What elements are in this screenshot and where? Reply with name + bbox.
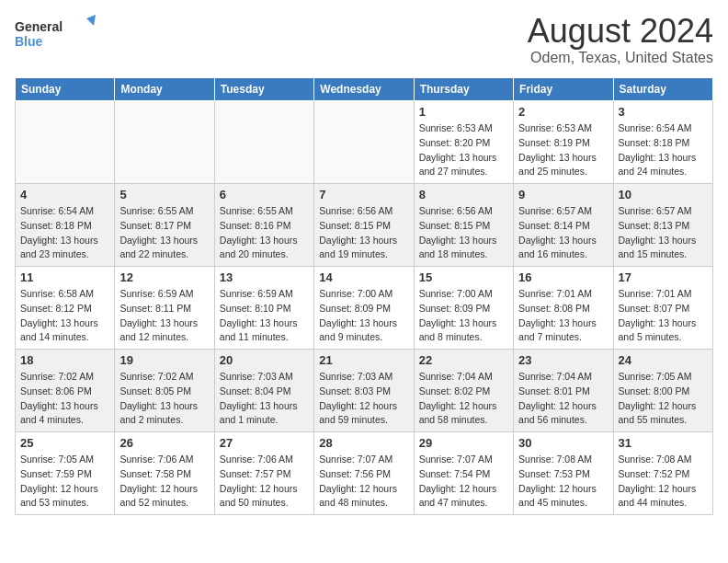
day-number: 24	[619, 353, 708, 367]
calendar-cell: 26Sunrise: 7:06 AMSunset: 7:58 PMDayligh…	[115, 432, 214, 515]
day-number: 13	[220, 270, 309, 284]
svg-text:Blue: Blue	[15, 34, 43, 49]
calendar-cell: 21Sunrise: 7:03 AMSunset: 8:03 PMDayligh…	[314, 350, 414, 432]
day-number: 15	[419, 270, 508, 284]
calendar-cell: 25Sunrise: 7:05 AMSunset: 7:59 PMDayligh…	[16, 432, 115, 515]
day-number: 14	[319, 270, 408, 284]
day-info: Sunrise: 7:03 AMSunset: 8:04 PMDaylight:…	[220, 370, 309, 428]
page-header: General Blue August 2024 Odem, Texas, Un…	[15, 15, 713, 66]
calendar-cell: 14Sunrise: 7:00 AMSunset: 8:09 PMDayligh…	[314, 267, 414, 350]
day-info: Sunrise: 7:02 AMSunset: 8:05 PMDaylight:…	[119, 370, 209, 428]
day-info: Sunrise: 7:02 AMSunset: 8:06 PMDaylight:…	[20, 370, 109, 428]
day-number: 31	[619, 436, 708, 450]
day-number: 28	[319, 436, 408, 450]
day-info: Sunrise: 6:58 AMSunset: 8:12 PMDaylight:…	[20, 287, 109, 345]
day-info: Sunrise: 7:01 AMSunset: 8:07 PMDaylight:…	[619, 287, 708, 345]
calendar-cell: 24Sunrise: 7:05 AMSunset: 8:00 PMDayligh…	[613, 350, 712, 432]
day-number: 3	[619, 105, 708, 119]
day-number: 19	[119, 353, 209, 367]
calendar-cell: 9Sunrise: 6:57 AMSunset: 8:14 PMDaylight…	[514, 184, 613, 267]
calendar-cell	[314, 101, 414, 184]
day-info: Sunrise: 7:04 AMSunset: 8:01 PMDaylight:…	[518, 370, 608, 428]
day-info: Sunrise: 7:06 AMSunset: 7:58 PMDaylight:…	[119, 453, 209, 511]
day-info: Sunrise: 7:01 AMSunset: 8:08 PMDaylight:…	[518, 287, 608, 345]
day-number: 20	[220, 353, 309, 367]
col-header-wednesday: Wednesday	[314, 78, 414, 101]
day-info: Sunrise: 7:04 AMSunset: 8:02 PMDaylight:…	[419, 370, 508, 428]
day-number: 6	[220, 188, 309, 201]
day-number: 9	[518, 188, 608, 201]
day-number: 17	[619, 270, 708, 284]
day-info: Sunrise: 6:53 AMSunset: 8:19 PMDaylight:…	[518, 121, 608, 179]
calendar-cell: 18Sunrise: 7:02 AMSunset: 8:06 PMDayligh…	[16, 350, 115, 432]
day-info: Sunrise: 6:53 AMSunset: 8:20 PMDaylight:…	[419, 121, 508, 179]
logo: General Blue	[15, 15, 97, 52]
calendar-cell: 6Sunrise: 6:55 AMSunset: 8:16 PMDaylight…	[214, 184, 313, 267]
day-number: 27	[220, 436, 309, 450]
calendar-cell	[16, 101, 115, 184]
day-number: 12	[119, 270, 209, 284]
calendar-cell: 29Sunrise: 7:07 AMSunset: 7:54 PMDayligh…	[414, 432, 513, 515]
calendar-week-4: 18Sunrise: 7:02 AMSunset: 8:06 PMDayligh…	[16, 350, 713, 432]
day-number: 30	[518, 436, 608, 450]
calendar-cell: 23Sunrise: 7:04 AMSunset: 8:01 PMDayligh…	[514, 350, 613, 432]
col-header-friday: Friday	[514, 78, 613, 101]
calendar-header-row: SundayMondayTuesdayWednesdayThursdayFrid…	[16, 78, 713, 101]
day-info: Sunrise: 7:08 AMSunset: 7:53 PMDaylight:…	[518, 453, 608, 511]
calendar-cell: 27Sunrise: 7:06 AMSunset: 7:57 PMDayligh…	[214, 432, 313, 515]
day-info: Sunrise: 7:03 AMSunset: 8:03 PMDaylight:…	[319, 370, 408, 428]
calendar-cell: 16Sunrise: 7:01 AMSunset: 8:08 PMDayligh…	[514, 267, 613, 350]
calendar-cell: 1Sunrise: 6:53 AMSunset: 8:20 PMDaylight…	[414, 101, 513, 184]
calendar-cell: 10Sunrise: 6:57 AMSunset: 8:13 PMDayligh…	[613, 184, 712, 267]
day-number: 7	[319, 188, 408, 201]
calendar-week-5: 25Sunrise: 7:05 AMSunset: 7:59 PMDayligh…	[16, 432, 713, 515]
calendar-cell: 4Sunrise: 6:54 AMSunset: 8:18 PMDaylight…	[16, 184, 115, 267]
calendar-week-1: 1Sunrise: 6:53 AMSunset: 8:20 PMDaylight…	[16, 101, 713, 184]
calendar-cell: 3Sunrise: 6:54 AMSunset: 8:18 PMDaylight…	[613, 101, 712, 184]
calendar-table: SundayMondayTuesdayWednesdayThursdayFrid…	[15, 77, 713, 515]
calendar-cell: 15Sunrise: 7:00 AMSunset: 8:09 PMDayligh…	[414, 267, 513, 350]
calendar-cell: 11Sunrise: 6:58 AMSunset: 8:12 PMDayligh…	[16, 267, 115, 350]
day-number: 10	[619, 188, 708, 201]
day-info: Sunrise: 7:08 AMSunset: 7:52 PMDaylight:…	[619, 453, 708, 511]
col-header-saturday: Saturday	[613, 78, 712, 101]
calendar-cell: 22Sunrise: 7:04 AMSunset: 8:02 PMDayligh…	[414, 350, 513, 432]
day-info: Sunrise: 6:54 AMSunset: 8:18 PMDaylight:…	[20, 204, 109, 262]
calendar-cell: 12Sunrise: 6:59 AMSunset: 8:11 PMDayligh…	[115, 267, 214, 350]
day-info: Sunrise: 6:56 AMSunset: 8:15 PMDaylight:…	[419, 204, 508, 262]
calendar-cell	[115, 101, 214, 184]
day-number: 16	[518, 270, 608, 284]
day-number: 4	[20, 188, 109, 201]
svg-text:General: General	[15, 19, 63, 34]
day-info: Sunrise: 7:05 AMSunset: 7:59 PMDaylight:…	[20, 453, 109, 511]
day-number: 11	[20, 270, 109, 284]
col-header-tuesday: Tuesday	[214, 78, 313, 101]
calendar-cell: 30Sunrise: 7:08 AMSunset: 7:53 PMDayligh…	[514, 432, 613, 515]
calendar-cell: 20Sunrise: 7:03 AMSunset: 8:04 PMDayligh…	[214, 350, 313, 432]
day-number: 29	[419, 436, 508, 450]
day-info: Sunrise: 6:54 AMSunset: 8:18 PMDaylight:…	[619, 121, 708, 179]
day-info: Sunrise: 6:55 AMSunset: 8:17 PMDaylight:…	[119, 204, 209, 262]
calendar-cell: 7Sunrise: 6:56 AMSunset: 8:15 PMDaylight…	[314, 184, 414, 267]
main-title: August 2024	[528, 15, 713, 48]
subtitle: Odem, Texas, United States	[528, 50, 713, 66]
calendar-cell: 31Sunrise: 7:08 AMSunset: 7:52 PMDayligh…	[613, 432, 712, 515]
day-number: 5	[119, 188, 209, 201]
day-info: Sunrise: 7:06 AMSunset: 7:57 PMDaylight:…	[220, 453, 309, 511]
day-number: 22	[419, 353, 508, 367]
calendar-cell: 13Sunrise: 6:59 AMSunset: 8:10 PMDayligh…	[214, 267, 313, 350]
day-number: 1	[419, 105, 508, 119]
day-info: Sunrise: 6:55 AMSunset: 8:16 PMDaylight:…	[220, 204, 309, 262]
calendar-cell: 28Sunrise: 7:07 AMSunset: 7:56 PMDayligh…	[314, 432, 414, 515]
logo-svg: General Blue	[15, 15, 97, 52]
day-number: 26	[119, 436, 209, 450]
day-info: Sunrise: 6:59 AMSunset: 8:10 PMDaylight:…	[220, 287, 309, 345]
day-info: Sunrise: 7:07 AMSunset: 7:56 PMDaylight:…	[319, 453, 408, 511]
day-number: 8	[419, 188, 508, 201]
day-number: 25	[20, 436, 109, 450]
calendar-cell: 5Sunrise: 6:55 AMSunset: 8:17 PMDaylight…	[115, 184, 214, 267]
day-number: 21	[319, 353, 408, 367]
svg-marker-2	[86, 15, 96, 26]
day-info: Sunrise: 6:57 AMSunset: 8:14 PMDaylight:…	[518, 204, 608, 262]
day-info: Sunrise: 7:05 AMSunset: 8:00 PMDaylight:…	[619, 370, 708, 428]
